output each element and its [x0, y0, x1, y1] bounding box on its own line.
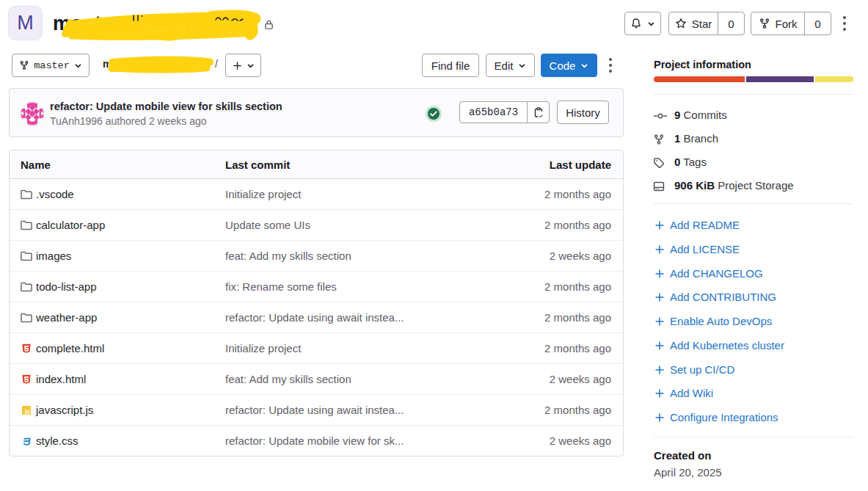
svg-text:js: js: [24, 408, 30, 415]
